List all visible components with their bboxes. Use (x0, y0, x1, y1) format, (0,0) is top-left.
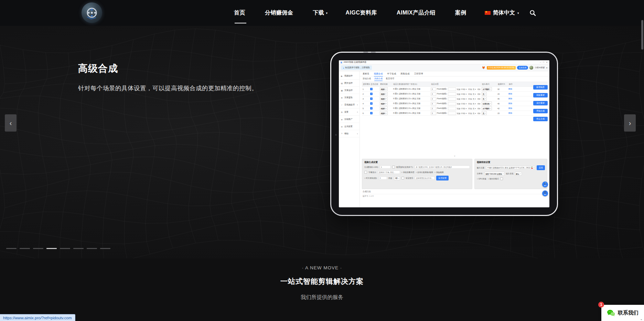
subtitle-label: 字幕显示: (368, 171, 377, 174)
action-buttons: 新增场景刷新素材清空素材开始合成停止合成 (533, 85, 548, 121)
nav-item[interactable]: 分销赚佣金 (265, 0, 295, 26)
intro-subtitle: 我们所提供的服务 (0, 294, 644, 301)
aimix-app-window: ◧ AIMIX智能-全能视频神器 ─ □ ✕ ● 有优惠券可领取，立 (339, 60, 549, 207)
table-row: 4 ✓ 线路4▾ 不通行,选图素材行21+,黄金,宝丽 Flash(视频): (362, 101, 547, 106)
material-select: 线路5▾ (380, 106, 388, 110)
flash-input (448, 102, 456, 105)
sidebar-item-icon: ▦ (341, 89, 343, 92)
minimize-icon: ─ (540, 61, 541, 63)
nav-menu: 首页 分销赚佣金 下载 ▾ AIGC资料库 (234, 0, 468, 26)
carousel-next-button[interactable]: › (624, 114, 636, 132)
language-selector[interactable]: ★ 简体中文 ▾ (485, 9, 519, 17)
nav-item[interactable]: 首页 (234, 0, 247, 26)
sidebar-item-icon: ≣ (341, 96, 343, 99)
row-index: 5 (362, 107, 369, 110)
speed-label: 倍速: (388, 177, 393, 179)
china-flag-icon: ★ (485, 11, 491, 15)
chevron-down-icon: ▾ (326, 11, 328, 15)
carousel-prev-button[interactable]: ‹ (5, 114, 17, 132)
delete-link: 删除 (508, 112, 516, 114)
sidebar-item: ⊞ 全局设置 (339, 123, 359, 130)
action-button: 新增场景 (533, 85, 548, 90)
flash-input (448, 97, 456, 101)
enable-button: 启用 (537, 165, 545, 170)
hero-carousel: 高级合成 针对每个场景的具体设置，可以提高视频合成的更加精准的控制。 ‹ › ◧… (0, 26, 644, 258)
flash-label: Flash(视频): (437, 97, 447, 100)
floating-buttons: 🎤 客服 🎧 教程 (542, 182, 548, 196)
carousel-dash[interactable] (60, 248, 70, 249)
sidebar-item-label: 文案提取 (344, 96, 353, 99)
carousel-dash[interactable] (87, 248, 97, 249)
carousel-dash[interactable] (100, 248, 110, 249)
support-fab: 🎧 教程 (542, 190, 548, 196)
nav-item[interactable]: AIMIX产品介绍 (397, 0, 437, 26)
page: 首页 分销赚佣金 下载 ▾ AIGC资料库 (0, 0, 644, 321)
scene-settings: 缩放: 0.9倍 ▾ 转场: 无 ▾ 特效: 无 ▾ (457, 88, 480, 90)
count-input (431, 87, 436, 91)
bgm-input (415, 176, 435, 180)
carousel-dash[interactable] (46, 248, 57, 249)
carousel-dash[interactable] (6, 248, 17, 249)
flash-input (448, 87, 456, 91)
search-button[interactable] (529, 10, 536, 16)
app-body: ▶ 视频创作 ▤ 图文创作 (339, 71, 549, 207)
sidebar-item-label: 音视频处理 (344, 103, 355, 106)
chevron-down-icon: ⌄ (640, 317, 643, 321)
row-index: 2 (362, 93, 369, 95)
flash-label: Flash(视频): (437, 112, 447, 114)
material-select: 线路6▾ (380, 111, 388, 115)
sidebar-item: ◈ 分销推广 (339, 116, 359, 123)
scene-copy-text: 不通行,选图素材行21+,黄金,宝丽 (392, 97, 430, 100)
carousel-dash[interactable] (20, 248, 30, 249)
camera-mode-select: 无▾ (482, 111, 487, 115)
table-header-cell: 视频时长 (497, 83, 508, 85)
checkbox-icon (500, 177, 503, 180)
vip-badge: 专业会员(2024-06-08 00:03:59) (487, 66, 516, 70)
delete-link: 删除 (508, 102, 516, 105)
carousel-dash[interactable] (33, 248, 43, 249)
duration-value: 32 (497, 88, 508, 90)
app-sidebar: ▶ 视频创作 ▤ 图文创作 (339, 71, 360, 207)
count-input (431, 97, 436, 101)
tablet-mockup: ◧ AIMIX智能-全能视频神器 ─ □ ✕ ● 有优惠券可领取，立 (330, 52, 558, 216)
delete-link: 删除 (508, 107, 516, 110)
contact-widget[interactable]: 1 联系我们 ⌄ (601, 305, 644, 321)
apply-settings-button: 应用设置 (436, 176, 449, 180)
sidebar-item-icon: ? (341, 133, 343, 135)
camera-mode-select: 水平翻转▾ (482, 106, 492, 110)
duration-limit-label: ○ 时长限制(秒): (364, 177, 377, 179)
sidebar-item: ▤ 图文创作 (339, 80, 359, 87)
sidebar-item-label: 文案创作 (344, 89, 353, 92)
copy-config-label: 配置复制(支持多个): (396, 166, 413, 168)
sidebar-item-icon: ◈ (341, 118, 343, 121)
flash-label: Flash(视频): (437, 88, 447, 90)
support-fab-label: 教程 (544, 194, 546, 196)
radio-option: ○ 保留原叠加层 (401, 171, 415, 174)
table-header-cell: 场景文案(朗读内容一致显示) (393, 83, 430, 85)
language-label: 简体中文 (493, 9, 515, 17)
scene-copy-text: 不通行,选图素材行21+,黄金,宝丽 (392, 112, 430, 114)
nav-item[interactable]: 案例 (455, 0, 468, 26)
duration-value: 15 (497, 112, 508, 114)
nav-item[interactable]: 下载 ▾ (313, 0, 328, 26)
carousel-dash[interactable] (73, 248, 84, 249)
account-cluster: 🦊 专业会员(2024-06-08 00:03:59) 会员充值 小蚂AI蚂蚁 … (482, 66, 547, 70)
row-index: 6 (362, 112, 369, 114)
duration-value: 42 (497, 107, 508, 110)
sidebar-item-icon: ♪ (341, 104, 343, 106)
nav-item-label: 首页 (234, 9, 245, 17)
checkbox-checked-icon: ✓ (370, 107, 373, 110)
link-preview-tooltip: https://www.aimix.pro/?ref=pidoutv.com (0, 314, 75, 321)
duration-value: 15 (497, 93, 508, 95)
page-scrollbar-thumb[interactable] (641, 20, 643, 50)
nav-item[interactable]: AIGC资料库 (346, 0, 379, 26)
coupon-notice-text: 有优惠券可领取，立即领取 (345, 66, 370, 69)
chevron-down-icon: ▾ (357, 104, 358, 106)
scene-copy-text: 不通行,选图素材行21+,黄金,宝丽 (392, 88, 430, 90)
app-tab: 图集生成 (401, 72, 410, 76)
site-logo[interactable] (82, 2, 102, 23)
subtitle-input (378, 170, 400, 174)
checkbox-checked-icon: ✓ (370, 112, 373, 114)
delete-link: 删除 (508, 97, 516, 100)
search-icon (529, 10, 536, 16)
